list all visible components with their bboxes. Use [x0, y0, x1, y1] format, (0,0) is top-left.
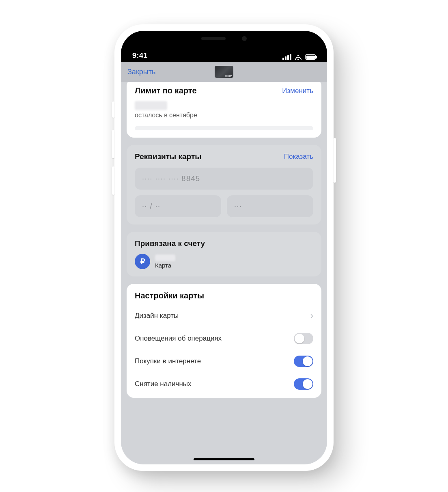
screen: 9:41 Закрыть МИР Лимит по карте [121, 31, 327, 464]
settings-title: Настройки карты [135, 291, 313, 300]
requisites-panel: Реквизиты карты Показать ···· ···· ···· … [127, 145, 321, 224]
phone-frame: 9:41 Закрыть МИР Лимит по карте [114, 24, 334, 471]
notch [183, 31, 265, 46]
limit-progress [135, 126, 313, 130]
setting-row[interactable]: Дизайн карты› [135, 304, 313, 327]
card-cvv-masked: ··· [234, 202, 242, 211]
wifi-icon [295, 54, 302, 60]
setting-row[interactable]: Покупки в интернете [135, 350, 313, 373]
ruble-icon: ₽ [135, 254, 150, 269]
linked-account-panel: Привязана к счету ₽ Карта [127, 232, 321, 276]
setting-row[interactable]: Оповещения об операциях [135, 327, 313, 350]
status-bar: 9:41 [121, 31, 327, 62]
battery-icon [305, 54, 316, 60]
setting-label: Оповещения об операциях [135, 334, 222, 343]
setting-toggle[interactable] [294, 378, 313, 390]
limit-card: Лимит по карте Изменить осталось в сентя… [127, 82, 321, 138]
card-settings-panel: Настройки карты Дизайн карты›Оповещения … [127, 284, 321, 398]
home-indicator[interactable] [194, 458, 254, 460]
linked-title: Привязана к счету [135, 239, 205, 248]
setting-toggle[interactable] [294, 333, 313, 344]
requisites-title: Реквизиты карты [135, 152, 202, 161]
nav-header: Закрыть МИР [121, 62, 327, 82]
card-cvv-field[interactable]: ··· [227, 195, 313, 217]
card-number-masked: ···· ···· ···· 8845 [142, 175, 200, 183]
chevron-right-icon: › [310, 311, 313, 321]
linked-amount-redacted [155, 255, 175, 261]
card-thumbnail[interactable]: МИР [215, 66, 233, 78]
limit-title: Лимит по карте [135, 86, 197, 95]
status-time: 9:41 [132, 52, 148, 60]
card-number-field[interactable]: ···· ···· ···· 8845 [135, 168, 313, 190]
change-limit-button[interactable]: Изменить [282, 87, 313, 95]
setting-label: Дизайн карты [135, 312, 179, 320]
setting-row[interactable]: Снятие наличных [135, 373, 313, 395]
card-expiry-masked: ·· / ·· [142, 202, 161, 211]
card-brand-label: МИР [225, 74, 232, 77]
linked-sublabel: Карта [155, 262, 175, 269]
setting-label: Покупки в интернете [135, 357, 201, 365]
close-button[interactable]: Закрыть [127, 68, 155, 76]
setting-toggle[interactable] [294, 356, 313, 367]
cellular-icon [282, 54, 291, 60]
card-expiry-field[interactable]: ·· / ·· [135, 195, 221, 217]
setting-label: Снятие наличных [135, 380, 192, 388]
limit-amount-redacted [135, 101, 167, 110]
linked-account-row[interactable]: ₽ Карта [135, 254, 313, 269]
show-requisites-button[interactable]: Показать [284, 153, 313, 161]
limit-remaining-label: осталось в сентябре [135, 112, 313, 119]
